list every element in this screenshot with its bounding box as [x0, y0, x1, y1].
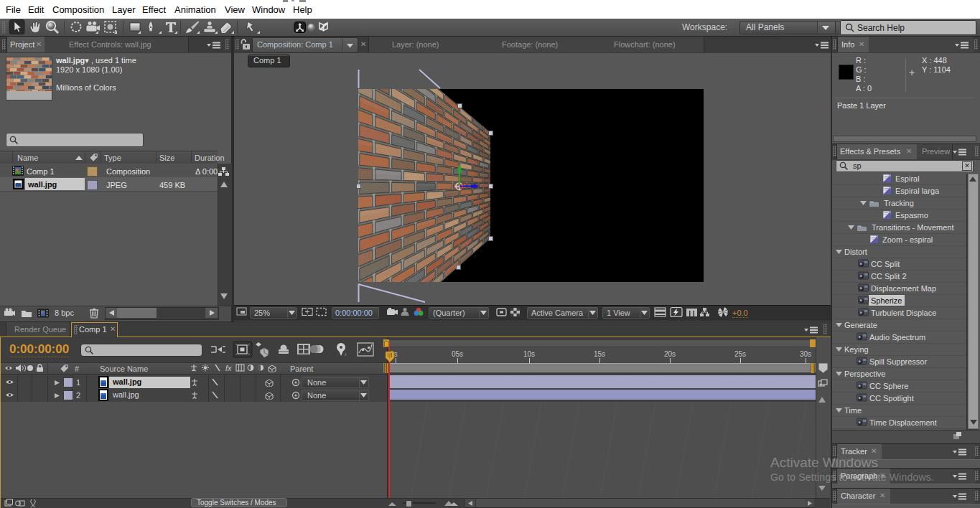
svg-text:fx: fx [225, 364, 232, 372]
